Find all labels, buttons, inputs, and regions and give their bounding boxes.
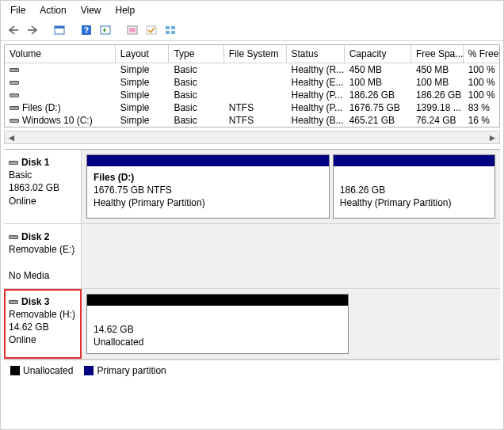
volume-icon [10,119,19,123]
properties-icon[interactable] [52,22,67,38]
col-filesystem[interactable]: File System [224,45,287,63]
menu-view[interactable]: View [74,2,109,18]
check-icon[interactable] [143,22,159,38]
disk-1-info[interactable]: Disk 1 Basic 1863.02 GB Online [4,150,82,223]
volume-row[interactable]: SimpleBasicHealthy (R...450 MB450 MB100 … [5,63,499,76]
toolbar: ? [1,20,503,41]
volume-row[interactable]: SimpleBasicHealthy (P...186.26 GB186.26 … [5,89,499,101]
list-icon[interactable] [124,22,140,38]
grid-icon[interactable] [162,22,178,38]
svg-rect-9 [147,26,156,34]
disk-3-partition-1[interactable]: 14.62 GB Unallocated [86,294,349,355]
col-status[interactable]: Status [287,45,345,63]
volume-columns: Volume Layout Type File System Status Ca… [5,45,499,63]
svg-text:?: ? [84,26,89,35]
col-percent[interactable]: % Free [464,45,499,63]
volume-list: Volume Layout Type File System Status Ca… [4,44,500,127]
legend-primary: Primary partition [84,365,166,376]
action-icon[interactable] [97,22,113,38]
disk-3-info[interactable]: Disk 3 Removable (H:) 14.62 GB Online [4,289,82,360]
disk-1-partition-1[interactable]: Files (D:) 1676.75 GB NTFS Healthy (Prim… [86,154,330,219]
volume-icon [10,81,19,85]
disk-icon [9,161,18,165]
disk-map: Disk 1 Basic 1863.02 GB Online Files (D:… [4,149,500,360]
disk-3: Disk 3 Removable (H:) 14.62 GB Online 14… [4,289,500,360]
disk-3-empty-space [352,294,495,355]
legend: Unallocated Primary partition [4,360,500,379]
horizontal-scrollbar[interactable]: ◄ ► [4,131,500,144]
partition-header-primary [87,155,329,166]
scroll-left-icon[interactable]: ◄ [5,131,18,143]
svg-rect-12 [166,31,170,34]
menu-action[interactable]: Action [33,2,74,18]
disk-2-empty [82,224,500,288]
svg-rect-1 [55,26,64,29]
disk-2-info[interactable]: Disk 2 Removable (E:) No Media [4,224,82,288]
svg-rect-10 [166,26,170,29]
disk-icon [9,235,18,239]
volume-row[interactable]: Files (D:)SimpleBasicNTFSHealthy (P...16… [5,101,499,114]
swatch-unallocated [10,366,20,375]
scroll-right-icon[interactable]: ► [486,131,499,143]
menu-help[interactable]: Help [109,2,143,18]
col-layout[interactable]: Layout [116,45,170,63]
forward-icon[interactable] [25,22,40,38]
disk-1: Disk 1 Basic 1863.02 GB Online Files (D:… [4,150,500,224]
swatch-primary [84,366,94,375]
menubar: File Action View Help [1,1,503,20]
partition-header-unallocated [87,295,348,306]
help-icon[interactable]: ? [78,22,94,38]
menu-file[interactable]: File [4,2,33,18]
volume-icon [10,106,19,110]
legend-unallocated: Unallocated [10,365,73,376]
disk-icon [9,300,18,304]
volume-icon [10,68,19,72]
col-volume[interactable]: Volume [5,45,116,63]
volume-icon [10,93,19,97]
disk-1-partition-2[interactable]: 186.26 GB Healthy (Primary Partition) [333,154,495,219]
col-free[interactable]: Free Spa... [411,45,464,63]
back-icon[interactable] [6,22,21,38]
volume-row[interactable]: Windows 10 (C:)SimpleBasicNTFSHealthy (B… [5,114,499,127]
volume-row[interactable]: SimpleBasicHealthy (E...100 MB100 MB100 … [5,76,499,89]
svg-rect-11 [171,26,175,29]
disk-2: Disk 2 Removable (E:) No Media [4,224,500,289]
col-type[interactable]: Type [169,45,223,63]
col-capacity[interactable]: Capacity [345,45,411,63]
partition-header-primary [334,155,494,166]
svg-rect-13 [171,31,175,34]
